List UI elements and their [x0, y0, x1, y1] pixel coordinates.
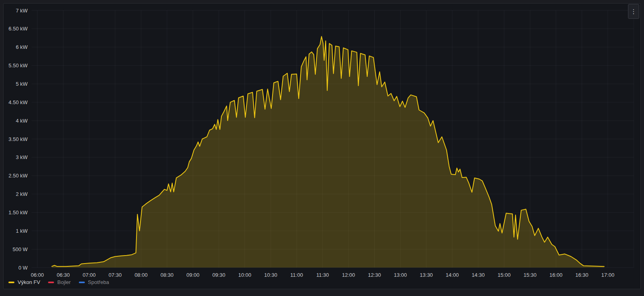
y-axis-label: 3.50 kW	[8, 136, 28, 142]
y-axis-label: 7 kW	[16, 8, 28, 14]
y-axis-label: 2 kW	[16, 191, 28, 197]
x-axis-label: 06:00	[31, 272, 44, 278]
legend-label: Spotřeba	[88, 279, 109, 285]
legend-item-spotreba[interactable]: Spotřeba	[79, 279, 109, 285]
x-axis-label: 14:00	[446, 272, 459, 278]
x-axis-label: 16:00	[550, 272, 563, 278]
legend-item-vykon-fv[interactable]: Výkon FV	[8, 279, 40, 285]
x-axis-label: 10:00	[238, 272, 251, 278]
x-axis-label: 07:30	[108, 272, 122, 278]
y-axis-label: 500 W	[12, 246, 28, 252]
y-axis-label: 4 kW	[16, 118, 28, 124]
legend-item-bojler[interactable]: Bojler	[48, 279, 70, 285]
y-axis-label: 4.50 kW	[8, 99, 28, 105]
kebab-menu-icon: ⋮	[631, 8, 637, 14]
legend-color-dash	[8, 282, 14, 283]
timeseries-panel: 0 W500 W1 kW1.50 kW2 kW2.50 kW3 kW3.50 k…	[3, 3, 641, 289]
y-axis-label: 5.50 kW	[8, 62, 28, 68]
x-axis-label: 15:30	[524, 272, 537, 278]
y-axis-label: 1.50 kW	[8, 209, 28, 215]
x-axis-label: 07:00	[83, 272, 96, 278]
x-axis-label: 08:30	[160, 272, 174, 278]
x-axis-label: 11:00	[290, 272, 303, 278]
y-axis-label: 3 kW	[16, 154, 28, 160]
x-axis-label: 14:30	[471, 272, 485, 278]
legend-color-dash	[79, 282, 85, 283]
y-axis-label: 2.50 kW	[8, 173, 28, 179]
x-axis-label: 16:30	[576, 272, 589, 278]
legend-label: Výkon FV	[18, 279, 40, 285]
timeseries-chart[interactable]: 0 W500 W1 kW1.50 kW2 kW2.50 kW3 kW3.50 k…	[4, 4, 640, 289]
x-axis-label: 11:30	[316, 272, 329, 278]
y-axis-label: 6 kW	[16, 44, 28, 50]
x-axis-label: 09:00	[187, 272, 200, 278]
panel-menu-button[interactable]: ⋮	[628, 4, 639, 19]
grafana-dashboard: 0 W500 W1 kW1.50 kW2 kW2.50 kW3 kW3.50 k…	[0, 0, 644, 296]
y-axis-label: 5 kW	[16, 81, 28, 87]
x-axis-label: 10:30	[264, 272, 277, 278]
y-axis-label: 0 W	[18, 265, 28, 271]
x-axis-label: 09:30	[213, 272, 226, 278]
x-axis-label: 15:00	[498, 272, 511, 278]
y-axis-label: 1 kW	[16, 228, 28, 234]
x-axis-label: 06:30	[57, 272, 70, 278]
y-axis-label: 6.50 kW	[8, 26, 28, 32]
x-axis-label: 12:00	[342, 272, 355, 278]
legend-label: Bojler	[57, 279, 70, 285]
x-axis-label: 08:00	[134, 272, 148, 278]
x-axis-label: 13:30	[420, 272, 433, 278]
legend-color-dash	[48, 282, 54, 283]
x-axis-label: 12:30	[368, 272, 381, 278]
x-axis-label: 17:00	[601, 272, 614, 278]
legend: Výkon FV Bojler Spotřeba	[8, 279, 109, 285]
x-axis-label: 13:00	[394, 272, 407, 278]
